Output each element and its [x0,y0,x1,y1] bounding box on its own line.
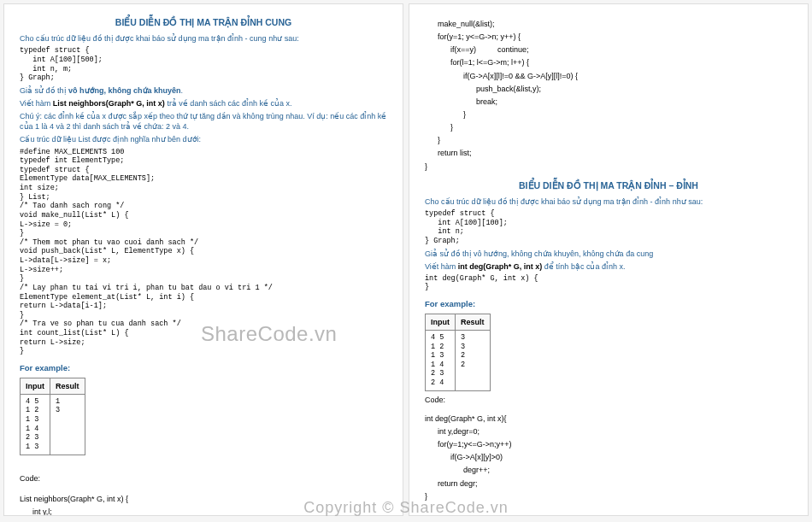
code-label-2: Code: [425,395,792,405]
func2-post: để tính bậc của đỉnh x. [542,262,625,271]
page1-intro: Cho cấu trúc dữ liệu đồ thị được khai bá… [20,33,387,44]
page2-intro: Cho cấu trúc dữ liệu đồ thị được khai bá… [425,196,792,207]
th-result-1: Result [50,378,85,394]
code-label-1: Code: [20,473,387,484]
c2-11: return list; [425,148,792,158]
page-spread: BIỂU DIỄN ĐỒ THỊ MA TRẬN ĐỈNH CUNG Cho c… [0,0,812,522]
page2-proto: int deg(Graph* G, int x) { } [425,274,792,292]
c2b-0: int deg(Graph* G, int x){ [425,413,792,424]
c2-12: } [425,161,792,172]
page2-func: Viết hàm int deg(Graph* G, int x) để tín… [425,261,792,272]
c2b-6: } [425,491,792,501]
th-input-2: Input [426,314,456,330]
c2-6: push_back(&list,y); [425,84,792,94]
assume-pre: Giả sử đồ thị [20,86,68,95]
ex1-result: 1 3 [56,397,79,415]
document-page-2: make_null(&list); for(y=1; y<=G->n; y++)… [409,3,809,516]
c2-9: } [425,122,792,132]
c2-3: if(x==y) continue; [425,44,792,55]
c2-4: for(l=1; l<=G->m; l++) { [425,57,792,67]
c2b-5: return degr; [425,478,792,489]
example-label-2: For example: [425,299,792,310]
c2-2: for(y=1; y<=G->n; y++) { [425,32,792,42]
example-table-2: Input Result 4 5 1 2 1 3 1 4 2 3 2 4 3 3… [425,314,491,391]
assume-bold: vô hướng, không chứa khuyên [68,86,181,95]
page1-assume: Giả sử đồ thị vô hướng, không chứa khuyê… [20,85,387,96]
ex1-input: 4 5 1 2 1 3 1 4 2 3 1 3 [26,397,44,452]
func2-pre: Viết hàm [425,262,458,271]
document-page-1: BIỂU DIỄN ĐỒ THỊ MA TRẬN ĐỈNH CUNG Cho c… [3,3,403,516]
page1-struct-code: typedef struct { int A[100][500]; int n,… [20,46,387,83]
page2-assume: Giả sử đồ thị vô hướng, không chứa khuyê… [425,249,792,259]
c2-5: if(G->A[x][l]!=0 && G->A[y][l]!=0) { [425,71,792,81]
func-pre: Viết hàm [20,99,53,108]
page1-listdef-intro: Cấu trúc dữ liệu List được định nghĩa nh… [20,134,387,144]
assume-post: . [181,86,184,95]
example-table-1: Input Result 4 5 1 2 1 3 1 4 2 3 1 3 1 3 [20,378,85,455]
c2-7: break; [425,97,792,107]
c2-8: } [425,109,792,120]
func-bold: List neighbors(Graph* G, int x) [53,99,165,108]
c2b-2: for(y=1;y<=G->n;y++) [425,439,792,449]
c2-10: } [425,135,792,145]
c2b-1: int y,degr=0; [425,426,792,437]
page1-listdef-code: #define MAX_ELEMENTS 100 typedef int Ele… [20,148,387,356]
func-post: trả về danh sách các đỉnh kề của x. [165,99,292,108]
page1-note: Chú ý: các đỉnh kề của x được sắp xếp th… [20,111,387,132]
th-input-1: Input [21,378,50,394]
c2b-3: if(G->A[x][y]>0) [425,452,792,462]
th-result-2: Result [456,314,491,330]
code1-start: List neighbors(Graph* G, int x) { [20,494,387,504]
ex2-input: 4 5 1 2 1 3 1 4 2 3 2 4 [431,333,450,388]
page2-struct: typedef struct { int A[100][100]; int n;… [425,209,792,246]
c2-1: make_null(&list); [425,19,792,29]
page2-title: BIỂU DIỄN ĐỒ THỊ MA TRẬN ĐỈNH – ĐỈNH [425,179,792,191]
func2-bold: int deg(Graph* G, int x) [458,262,543,271]
code1-l1: int y,l; [20,507,387,516]
page1-title: BIỂU DIỄN ĐỒ THỊ MA TRẬN ĐỈNH CUNG [20,16,387,28]
page1-func: Viết hàm List neighbors(Graph* G, int x)… [20,98,387,109]
example-label-1: For example: [20,363,387,374]
ex2-result: 3 3 2 2 [461,333,485,370]
c2b-4: degr++; [425,465,792,475]
